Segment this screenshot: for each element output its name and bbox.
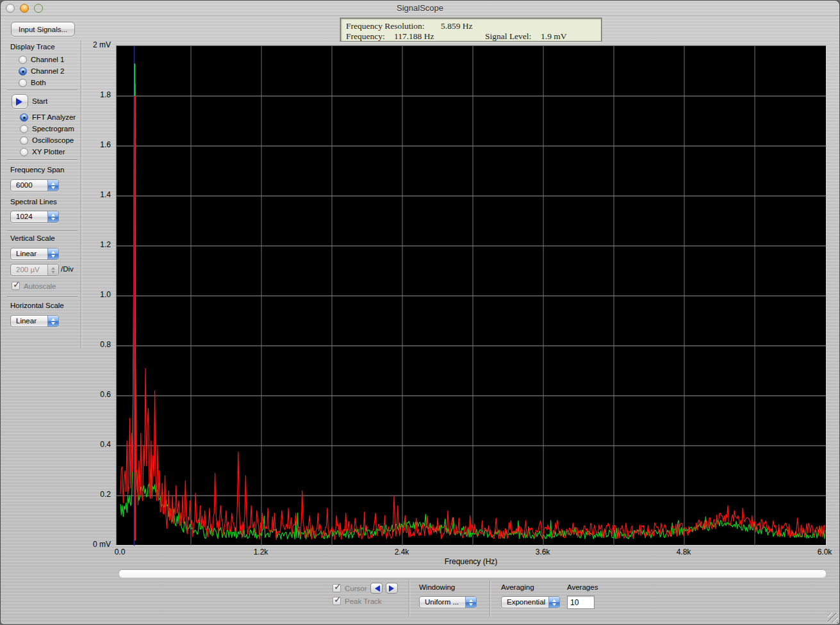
x-tick-label: 6.0k [804, 548, 840, 556]
right-arrow-icon [389, 585, 397, 592]
windowing-value: Uniform ... [420, 598, 465, 606]
autoscale-checkbox[interactable]: ✓ [12, 282, 20, 290]
popup-stepper-icon [548, 597, 559, 608]
resize-grip-icon[interactable] [828, 613, 838, 623]
radio-icon[interactable] [20, 125, 28, 133]
y-tick-label: 0.4 [63, 440, 111, 449]
x-tick-label: 1.2k [240, 548, 281, 556]
spectral-lines-value: 1024 [11, 213, 47, 221]
peak-track-label: Peak Track [345, 597, 382, 605]
radio-mode-fft-analyzer[interactable]: FFT Analyzer [20, 111, 76, 123]
y-tick-label: 0.8 [63, 340, 111, 349]
cursor-left-button[interactable] [370, 583, 383, 594]
horizontal-scale-value: Linear [11, 317, 47, 325]
frequency-label: Frequency: [346, 31, 385, 42]
bottom-divider [490, 580, 490, 617]
popup-stepper-icon [47, 316, 58, 327]
x-tick-label: 4.8k [663, 548, 704, 556]
window-title: SignalScope [1, 3, 839, 13]
display-trace-radio-group: Channel 1Channel 2Both [19, 54, 64, 88]
windowing-heading: Windowing [419, 583, 455, 591]
radio-icon[interactable] [19, 56, 27, 64]
averages-heading: Averages [567, 583, 598, 591]
left-arrow-icon [372, 585, 380, 592]
signal-level-value: 1.9 mV [541, 31, 567, 42]
measurement-readout: Frequency Resolution: 5.859 Hz Frequency… [340, 18, 602, 42]
start-button[interactable] [12, 94, 28, 109]
autoscale-label: Autoscale [24, 282, 56, 290]
popup-stepper-icon [47, 180, 58, 191]
frequency-value: 117.188 Hz [394, 31, 434, 42]
analyzer-mode-radio-group: FFT AnalyzerSpectrogramOscilloscopeXY Pl… [20, 111, 76, 158]
x-tick-label: 2.4k [381, 548, 422, 556]
y-tick-label: 2 mV [63, 40, 111, 49]
display-trace-heading: Display Trace [10, 43, 55, 51]
checkmark-icon: ✓ [334, 581, 342, 592]
radio-icon[interactable] [20, 136, 28, 145]
separator [7, 231, 78, 231]
checkmark-icon: ✓ [334, 594, 342, 605]
radio-display-trace-channel-2[interactable]: Channel 2 [19, 65, 64, 77]
per-div-label: /Div [61, 265, 74, 273]
averaging-value: Exponential [502, 598, 548, 606]
y-tick-label: 1.0 [63, 290, 111, 299]
spectral-lines-popup[interactable]: 1024 [10, 211, 59, 223]
volts-per-div-popup: 200 µV [10, 264, 59, 276]
spectrum-plot-canvas[interactable] [117, 46, 827, 546]
vertical-scale-value: Linear [11, 250, 47, 258]
y-tick-label: 1.6 [63, 140, 111, 149]
separator [7, 159, 78, 160]
frequency-resolution-value: 5.859 Hz [441, 21, 473, 31]
popup-stepper-icon [47, 264, 58, 275]
radio-display-trace-label: Channel 1 [31, 56, 64, 63]
averaging-heading: Averaging [501, 583, 534, 591]
radio-icon[interactable] [20, 148, 28, 156]
popup-stepper-icon [465, 597, 476, 608]
start-label: Start [32, 97, 47, 105]
frequency-span-value: 6000 [11, 181, 47, 190]
spectrum-plot[interactable] [116, 45, 826, 545]
horizontal-scale-heading: Horizontal Scale [10, 302, 64, 309]
input-signals-label: Input Signals... [19, 26, 67, 33]
radio-display-trace-label: Both [31, 79, 46, 86]
checkmark-icon: ✓ [13, 279, 21, 289]
cursor-checkbox[interactable]: ✓ [333, 584, 341, 592]
averaging-popup[interactable]: Exponential [501, 596, 560, 608]
averages-input[interactable] [567, 596, 595, 609]
horizontal-scale-popup[interactable]: Linear [10, 315, 59, 327]
input-signals-button[interactable]: Input Signals... [11, 22, 75, 37]
radio-icon[interactable] [20, 113, 28, 122]
radio-mode-label: XY Plotter [32, 148, 65, 156]
volts-per-div-value: 200 µV [11, 266, 47, 274]
x-tick-label: 0.0 [99, 548, 140, 556]
bottom-divider [409, 580, 409, 617]
frequency-span-popup[interactable]: 6000 [10, 179, 59, 191]
frequency-resolution-label: Frequency Resolution: [346, 21, 425, 31]
popup-stepper-icon [47, 211, 58, 222]
cursor-right-button[interactable] [386, 583, 398, 594]
y-tick-label: 0.2 [63, 490, 111, 499]
radio-display-trace-channel-1[interactable]: Channel 1 [19, 54, 64, 65]
signalscope-window: SignalScope Input Signals... Display Tra… [0, 0, 840, 625]
y-tick-label: 1.2 [63, 240, 111, 249]
radio-mode-spectrogram[interactable]: Spectrogram [20, 123, 76, 134]
windowing-popup[interactable]: Uniform ... [419, 596, 477, 608]
cursor-label: Cursor [345, 585, 367, 592]
plot-scroll-bar[interactable] [119, 570, 826, 577]
play-icon [16, 98, 26, 106]
radio-icon[interactable] [19, 67, 27, 76]
radio-icon[interactable] [19, 79, 27, 87]
vertical-scale-popup[interactable]: Linear [10, 248, 59, 260]
radio-mode-label: Spectrogram [32, 125, 74, 133]
spectral-lines-heading: Spectral Lines [10, 198, 57, 206]
title-bar[interactable]: SignalScope [1, 1, 839, 16]
radio-display-trace-label: Channel 2 [31, 67, 64, 75]
x-axis-title: Frequency (Hz) [116, 557, 826, 566]
peak-track-checkbox[interactable]: ✓ [333, 597, 341, 605]
y-tick-label: 0.6 [63, 390, 111, 399]
y-tick-label: 1.8 [63, 90, 111, 99]
signal-level-label: Signal Level: [485, 31, 531, 42]
frequency-span-heading: Frequency Span [10, 166, 64, 174]
y-tick-label: 1.4 [63, 190, 111, 199]
radio-display-trace-both[interactable]: Both [19, 77, 64, 88]
